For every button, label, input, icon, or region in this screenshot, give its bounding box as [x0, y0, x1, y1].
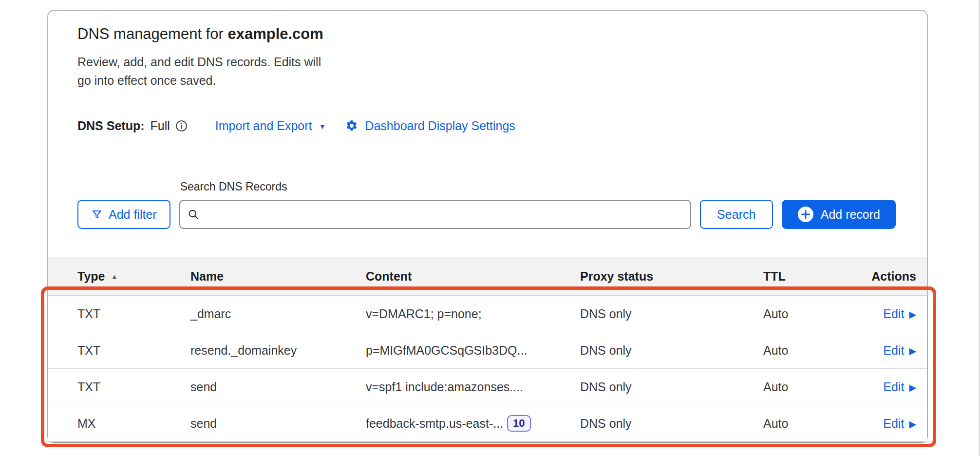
dns-management-card: DNS management for example.com Review, a… — [47, 10, 928, 443]
edit-link-label: Edit — [883, 380, 904, 394]
filter-icon — [91, 209, 103, 220]
column-header-type[interactable]: Type ▲ — [77, 269, 190, 284]
cell-proxy-status: DNS only — [580, 380, 763, 394]
dashboard-display-settings-link[interactable]: Dashboard Display Settings — [345, 119, 515, 133]
page-subtitle: Review, add, and edit DNS records. Edits… — [77, 53, 898, 90]
priority-badge: 10 — [507, 415, 530, 432]
dns-setup-row: DNS Setup: Full Import and Export ▼ — [77, 117, 898, 134]
edit-link-label: Edit — [883, 343, 904, 358]
cell-content: feedback-smtp.us-east-... 10 — [366, 415, 580, 432]
plus-icon — [797, 206, 814, 223]
add-record-label: Add record — [821, 208, 880, 222]
dns-records-table: Type ▲ Name Content Proxy status TTL Act… — [48, 257, 927, 442]
add-filter-label: Add filter — [109, 208, 157, 222]
cell-proxy-status: DNS only — [580, 307, 763, 321]
search-group: Search DNS Records — [179, 179, 691, 229]
content-text: feedback-smtp.us-east-... — [366, 417, 503, 431]
column-header-ttl: TTL — [763, 269, 852, 284]
cell-name: resend._domainkey — [190, 343, 366, 358]
table-row: TXT _dmarc v=DMARC1; p=none; DNS only Au… — [48, 296, 927, 332]
dns-setup-value: Full — [151, 119, 170, 133]
column-header-actions: Actions — [871, 269, 916, 284]
import-export-link[interactable]: Import and Export ▼ — [215, 119, 326, 133]
cell-actions: Edit ▶ — [883, 343, 916, 358]
edit-link[interactable]: Edit ▶ — [883, 417, 916, 431]
cell-ttl: Auto — [763, 417, 852, 431]
edit-link-label: Edit — [883, 417, 904, 431]
cell-actions: Edit ▶ — [883, 307, 916, 321]
cell-actions: Edit ▶ — [883, 417, 916, 431]
search-box — [179, 200, 691, 229]
edit-arrow-icon: ▶ — [909, 309, 916, 320]
cell-ttl: Auto — [763, 307, 852, 321]
page-title-domain: example.com — [227, 25, 323, 42]
cell-proxy-status: DNS only — [580, 417, 763, 431]
dns-setup-label: DNS Setup: — [77, 119, 145, 133]
cell-content: v=DMARC1; p=none; — [366, 307, 580, 321]
add-record-button[interactable]: Add record — [782, 200, 896, 229]
cell-type: TXT — [77, 307, 190, 321]
cell-type: TXT — [77, 380, 190, 394]
dns-management-page: DNS management for example.com Review, a… — [0, 0, 980, 456]
subtitle-line-1: Review, add, and edit DNS records. Edits… — [77, 53, 898, 71]
table-row: MX send feedback-smtp.us-east-... 10 DNS… — [48, 405, 927, 442]
search-button-label: Search — [717, 208, 755, 222]
page-title-prefix: DNS management for — [77, 25, 227, 42]
column-header-name: Name — [190, 269, 366, 284]
subtitle-line-2: go into effect once saved. — [77, 71, 898, 90]
column-header-proxy-status: Proxy status — [580, 269, 763, 284]
search-label: Search DNS Records — [180, 179, 691, 194]
caret-down-icon: ▼ — [319, 122, 326, 131]
search-input[interactable] — [205, 200, 683, 228]
cell-ttl: Auto — [763, 343, 852, 358]
edit-link-label: Edit — [883, 307, 904, 321]
edit-link[interactable]: Edit ▶ — [883, 307, 916, 321]
edit-arrow-icon: ▶ — [909, 418, 916, 430]
cell-name: send — [190, 417, 366, 431]
search-icon — [187, 208, 200, 221]
add-filter-button[interactable]: Add filter — [77, 200, 170, 229]
cell-proxy-status: DNS only — [580, 343, 763, 358]
import-export-label: Import and Export — [215, 119, 312, 133]
info-icon[interactable] — [175, 119, 188, 133]
sort-ascending-icon: ▲ — [111, 272, 118, 281]
cell-name: _dmarc — [190, 307, 366, 321]
table-body: TXT _dmarc v=DMARC1; p=none; DNS only Au… — [48, 296, 927, 442]
cell-type: MX — [77, 417, 190, 431]
edit-link[interactable]: Edit ▶ — [883, 380, 916, 394]
table-row: TXT send v=spf1 include:amazonses.... DN… — [48, 369, 927, 405]
page-title: DNS management for example.com — [77, 25, 898, 43]
table-row: TXT resend._domainkey p=MIGfMA0GCSqGSIb3… — [48, 332, 927, 369]
gear-icon — [345, 119, 358, 132]
edit-arrow-icon: ▶ — [909, 345, 916, 357]
cell-ttl: Auto — [763, 380, 852, 394]
dashboard-display-settings-label: Dashboard Display Settings — [365, 119, 515, 133]
cell-name: send — [190, 380, 366, 394]
card-header: DNS management for example.com Review, a… — [48, 11, 927, 90]
toolbar: Add filter Search DNS Records Search — [77, 179, 896, 229]
content-text: p=MIGfMA0GCSqGSIb3DQ... — [366, 343, 527, 358]
column-header-content: Content — [366, 269, 580, 284]
content-text: v=spf1 include:amazonses.... — [366, 380, 523, 394]
table-header-row: Type ▲ Name Content Proxy status TTL Act… — [48, 257, 927, 296]
column-header-type-label: Type — [77, 269, 105, 284]
cell-content: p=MIGfMA0GCSqGSIb3DQ... — [366, 343, 580, 358]
edit-link[interactable]: Edit ▶ — [883, 343, 916, 358]
cell-actions: Edit ▶ — [883, 380, 916, 394]
content-text: v=DMARC1; p=none; — [366, 307, 482, 321]
cell-type: TXT — [77, 343, 190, 358]
cell-content: v=spf1 include:amazonses.... — [366, 380, 580, 394]
edit-arrow-icon: ▶ — [909, 382, 916, 393]
search-button[interactable]: Search — [700, 200, 773, 229]
